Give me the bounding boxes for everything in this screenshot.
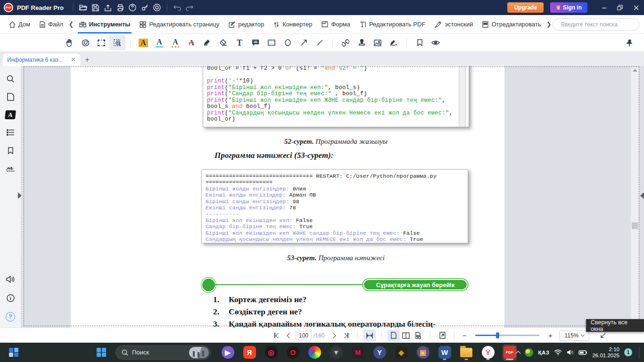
share-export-button[interactable] [102,2,114,13]
expand-right-panel-handle[interactable] [640,192,644,199]
redo-button[interactable] [183,2,196,13]
yandex-icon[interactable]: Я [242,345,256,361]
word-icon[interactable]: W [438,345,452,361]
file-explorer-icon[interactable] [459,345,473,361]
search-panel-button[interactable] [2,71,18,87]
zoom-out-button[interactable]: − [460,331,469,339]
battery-icon[interactable] [578,350,587,355]
clipchamp-icon[interactable]: ▶ [221,345,235,361]
document-tab[interactable]: Информатика 6 каз... ✕ [2,53,81,66]
arrow-tool-button[interactable] [296,35,312,50]
menu-edit-page[interactable]: Редактировать страницу [135,16,223,33]
menu-form[interactable]: Форма [317,16,355,33]
scroll-up-arrow-icon[interactable] [633,69,637,72]
multi-page-view-button[interactable] [412,329,424,342]
menu-file[interactable]: Файл [35,16,67,33]
pin-toolbar-button[interactable] [621,35,637,50]
underline-tool-button[interactable]: A [151,35,167,50]
tray-overflow-chevron-icon[interactable] [516,351,521,356]
search-highlight-image[interactable] [189,347,209,358]
freehand-pen-button[interactable] [199,35,215,50]
m-app-icon[interactable]: М [351,345,365,361]
eraser-button[interactable] [215,35,231,50]
game-diamond-icon[interactable]: ◈ [394,345,408,361]
print-button[interactable] [114,2,126,13]
previous-page-button[interactable] [283,329,296,342]
yandex-services-icon[interactable]: Y [372,345,387,361]
undo-button[interactable] [171,2,183,13]
menu-converter[interactable]: Конвертер [269,16,316,33]
antivirus-tray-icon[interactable] [525,348,533,357]
bookmark-tool-button[interactable] [412,35,428,50]
menu-redact[interactable]: Отредактировать [478,16,545,33]
widgets-button[interactable] [7,346,21,360]
fit-width-button[interactable] [363,329,376,342]
marquee-select-button[interactable] [93,35,109,50]
info-button[interactable] [2,290,18,306]
password-key-button[interactable] [139,2,151,13]
browser-swirl-icon[interactable] [307,345,322,361]
language-indicator[interactable]: ҚАЗ [538,350,549,355]
wifi-icon[interactable] [554,349,562,355]
ellipse-tool-button[interactable] [280,35,296,50]
menu-scroll-right[interactable]: ❯ [546,16,552,33]
strikethrough-tool-button[interactable]: A [183,35,199,50]
open-file-button[interactable] [77,2,90,13]
preview-eye-button[interactable] [428,35,444,50]
document-viewport[interactable]: bool_or = f1 + f2 > 0 or (s1! = "and s2!… [21,66,644,328]
document-search-box[interactable] [553,18,639,31]
clock[interactable]: 2:10 26.01.2025 [592,346,619,359]
yandex-browser-icon[interactable]: Y [481,345,495,361]
new-tab-button[interactable]: + [81,54,93,66]
zoom-slider[interactable] [471,335,543,336]
image-tool-button[interactable] [370,35,386,50]
single-page-view-button[interactable] [388,329,400,342]
scrollbar-thumb[interactable] [632,222,638,229]
menu-scroll-left[interactable]: ❮ [68,16,74,33]
help-button[interactable] [126,2,139,13]
zoom-level-dropdown[interactable]: 115% [559,330,589,341]
note-comment-button[interactable] [248,35,264,50]
stamp-tool-button[interactable] [354,35,370,50]
menu-editor[interactable]: редактор [224,16,268,33]
restore-button[interactable] [612,0,628,15]
last-page-button[interactable] [339,329,352,342]
start-button[interactable] [94,346,108,360]
rectangle-tool-button[interactable] [264,35,280,50]
menu-tools[interactable]: Инструменты [75,16,135,33]
signatures-panel-button[interactable] [2,160,18,176]
volume-icon[interactable] [567,349,574,355]
gamepad-app-icon[interactable]: ▣ [416,345,430,361]
text-tool-button[interactable]: T [231,35,248,50]
opera-gx-icon[interactable]: ◎ [264,345,278,361]
zoom-in-button[interactable]: + [546,331,554,339]
snapshot-zoom-button[interactable] [109,35,125,50]
sign-in-button[interactable]: ♛Sign in [550,2,587,13]
menu-estonian[interactable]: эстонский [430,16,477,33]
link-tool-button[interactable] [338,35,354,50]
save-button[interactable] [90,2,102,13]
help-panel-button[interactable]: ? [2,309,18,325]
highlight-tool-button[interactable]: A [135,35,151,50]
show-desktop-edge[interactable] [639,347,639,358]
taskbar-search-box[interactable]: Поиск [116,346,211,360]
page-number-input[interactable] [296,331,312,340]
menu-home[interactable]: Дом [5,16,34,33]
pdf-reader-taskbar-icon[interactable]: PDF [503,345,517,361]
zoom-slider-handle[interactable] [496,332,499,338]
menu-edit-pdf[interactable]: Редактировать PDF [355,16,429,33]
settings-record-button[interactable] [151,2,163,13]
hand-tool-button[interactable] [61,35,77,50]
minimize-button[interactable] [596,0,612,15]
search-input[interactable] [561,21,634,28]
close-button[interactable] [628,0,644,15]
outline-panel-button[interactable] [2,124,18,140]
world-of-tanks-icon[interactable]: ▼ [329,345,343,361]
annotations-panel-button[interactable]: A [2,107,18,123]
first-page-button[interactable] [271,329,283,342]
document-scrollbar[interactable] [631,67,639,326]
notification-badge[interactable]: 1 [624,348,632,356]
read-aloud-button[interactable] [2,271,18,287]
line-tool-button[interactable] [312,35,328,50]
squiggly-tool-button[interactable]: A [167,35,183,50]
